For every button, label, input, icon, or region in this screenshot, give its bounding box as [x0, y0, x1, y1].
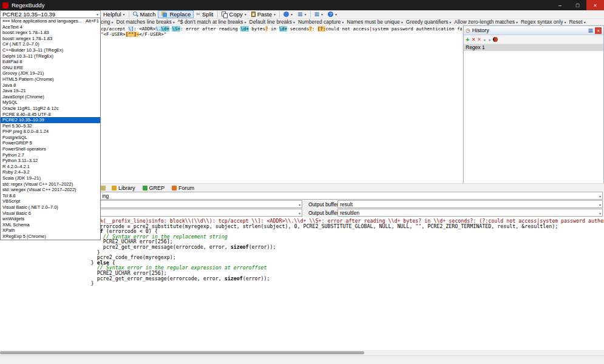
flavor-option[interactable]: PCRE2 10.35–10.39: [1, 117, 100, 123]
flavor-option[interactable]: PowerShell operators: [1, 146, 100, 152]
flavor-option[interactable]: PCRE 8.40–8.45 UTF-8: [1, 112, 100, 118]
flavor-option-label: Perl 5.30–5.32: [2, 123, 32, 129]
flavor-option[interactable]: Visual Basic (.NET 2.0–7.0): [1, 204, 100, 211]
regex-option-label: Dot matches line breaks: [117, 19, 172, 25]
regex-token: cp/accept: [101, 26, 126, 32]
flavor-option-shortcut: Alt+F1: [86, 18, 99, 24]
flavor-option-label: Delphi 10.3–11 (TRegEx): [2, 53, 53, 59]
tab-library[interactable]: Library: [108, 184, 139, 192]
magnifier-icon: [133, 12, 138, 17]
regex-option-dropdown[interactable]: ^$ don't match at line breaks▾: [178, 19, 246, 25]
close-button[interactable]: ×: [586, 0, 604, 10]
add-regex-icon[interactable]: +: [466, 37, 469, 42]
flavor-option[interactable]: C++Builder 10.3–11 (TRegEx): [1, 47, 100, 53]
delete-icon[interactable]: ×: [472, 37, 475, 42]
panel-close-icon[interactable]: ×: [595, 27, 602, 34]
flavor-option[interactable]: C# (.NET 2.0–7.0): [1, 41, 100, 47]
horizontal-scrollbar[interactable]: [0, 350, 604, 356]
split-button[interactable]: ✂ Split: [194, 10, 215, 18]
dock-icon[interactable]: ▦: [588, 27, 593, 33]
layout-button[interactable]: ▦ ▾: [295, 10, 309, 18]
flavor-option[interactable]: PostgreSQL: [1, 135, 100, 141]
flavor-option[interactable]: GNU ERE: [1, 65, 100, 71]
tab-grep[interactable]: GREP: [139, 184, 169, 192]
chevron-down-icon: ▾: [401, 20, 403, 24]
flavor-option[interactable]: Java 8: [1, 83, 100, 89]
regex-option-dropdown[interactable]: Numbered capture▾: [298, 19, 344, 25]
flavor-option-label: HTML5 Pattern (Chrome): [2, 76, 54, 83]
convert-button[interactable]: ▾: [281, 10, 295, 18]
delete-all-icon[interactable]: ×: [478, 37, 481, 42]
regex-option-dropdown[interactable]: Dot matches line breaks▾: [117, 19, 175, 25]
flavor-option-label: boost::regex 1.78–1.83: [2, 30, 49, 36]
regex-option-dropdown[interactable]: Allow zero-length matches▾: [454, 19, 518, 25]
flavor-option[interactable]: Scala (JDK 19–21): [1, 175, 100, 181]
flavor-option[interactable]: EditPad 8: [1, 59, 100, 65]
code-line: }: [0, 281, 604, 286]
flavor-option[interactable]: PHP preg 8.0.0–8.1.24: [1, 129, 100, 135]
flavor-option[interactable]: Groovy (JDK 19–21): [1, 70, 100, 76]
output-buffer-combobox-1[interactable]: result ▾: [338, 200, 603, 208]
regex-option-dropdown[interactable]: Default line breaks▾: [249, 19, 295, 25]
minimize-button[interactable]: –: [551, 0, 569, 10]
flavor-option[interactable]: R 4.2.0–4.2.1: [1, 164, 100, 170]
flavor-option[interactable]: VBScript: [1, 198, 100, 204]
help-button[interactable]: ? ▾: [325, 10, 339, 18]
chevron-down-icon: ▾: [173, 20, 175, 24]
nav-back-icon[interactable]: ●: [483, 37, 486, 42]
flavor-option-label: VBScript: [2, 198, 20, 204]
app-icon: [2, 2, 8, 8]
flavor-option[interactable]: PowerGREP 5: [1, 140, 100, 146]
paste-button[interactable]: Paste ▾: [249, 10, 278, 18]
copy-button[interactable]: Copy ▾: [219, 10, 249, 18]
nav-forward-icon[interactable]: ●: [488, 37, 490, 42]
flavor-option-label: AceText 4: [2, 24, 22, 30]
flavor-option[interactable]: Python 3.11–3.12: [1, 158, 100, 164]
flavor-option[interactable]: HTML5 Pattern (Chrome): [1, 76, 100, 83]
flavor-option[interactable]: XML Schema: [1, 222, 100, 228]
chevron-down-icon: ▾: [123, 12, 125, 16]
regex-option-dropdown[interactable]: Greedy quantifiers▾: [406, 19, 451, 25]
regex-option-dropdown[interactable]: Reset▾: [569, 19, 585, 25]
flavor-option[interactable]: MySQL: [1, 99, 100, 106]
flavor-option-label: EditPad 8: [2, 59, 22, 65]
flavor-option[interactable]: AceText 4: [1, 24, 100, 30]
flavor-option[interactable]: boost::wregex 1.78–1.83: [1, 36, 100, 42]
output-buffer-label: Output buffer: [308, 201, 338, 207]
output-buffer-combobox-2[interactable]: resultlen ▾: [338, 209, 603, 217]
flavor-option[interactable]: Visual Basic 6: [1, 211, 100, 217]
flavor-option[interactable]: Java 19–21: [1, 88, 100, 94]
maximize-button[interactable]: □: [569, 0, 586, 10]
flavor-option[interactable]: Delphi 10.3–11 (TRegEx): [1, 53, 100, 59]
flavor-option[interactable]: XPath: [1, 228, 100, 234]
replace-button[interactable]: Replace: [158, 10, 194, 18]
match-button[interactable]: Match: [131, 10, 158, 18]
flavor-option[interactable]: std::regex (Visual C++ 2017–2022): [1, 181, 100, 187]
regex-option-dropdown[interactable]: Regex syntax only▾: [521, 19, 566, 25]
flavor-option[interactable]: XRegExp 5 (Chrome): [1, 234, 100, 240]
regex-option-dropdown[interactable]: cing▾: [101, 19, 114, 25]
flavor-option[interactable]: Oracle 11gR1, 11gR2 & 12c: [1, 106, 100, 112]
scissors-icon: ✂: [196, 12, 200, 17]
flavor-option[interactable]: boost::regex 1.78–1.83: [1, 30, 100, 36]
regex-option-dropdown[interactable]: Names must be unique▾: [347, 19, 402, 25]
flavor-option[interactable]: wxWidgets: [1, 216, 100, 222]
regex-option-label: Greedy quantifiers: [406, 19, 448, 25]
flavor-option[interactable]: ««« More applications and languages...Al…: [1, 18, 100, 24]
scrollbar-thumb[interactable]: [0, 351, 364, 354]
paste-label: Paste: [257, 11, 272, 18]
history-list-item[interactable]: Regex 1: [464, 44, 603, 51]
flavor-option[interactable]: Ruby 2.4–3.2: [1, 169, 100, 175]
view-button[interactable]: ▦ ▾: [312, 10, 326, 18]
helpful-dropdown[interactable]: Helpful ▾: [101, 10, 127, 18]
flavor-option-label: Ruby 2.4–3.2: [2, 169, 30, 175]
flavor-option[interactable]: Perl 5.30–5.32: [1, 123, 100, 129]
bug-icon[interactable]: [493, 37, 498, 42]
flavor-option[interactable]: JavaScript (Chrome): [1, 94, 100, 100]
flavor-option[interactable]: Python 2.7: [1, 152, 100, 158]
tab-forum[interactable]: Forum: [168, 184, 198, 192]
use-tab-icon[interactable]: [101, 186, 106, 190]
flavor-option[interactable]: Tcl 8.6: [1, 193, 100, 199]
regex-token: \d+: [279, 26, 288, 32]
flavor-option[interactable]: std::wregex (Visual C++ 2017–2022): [1, 187, 100, 193]
